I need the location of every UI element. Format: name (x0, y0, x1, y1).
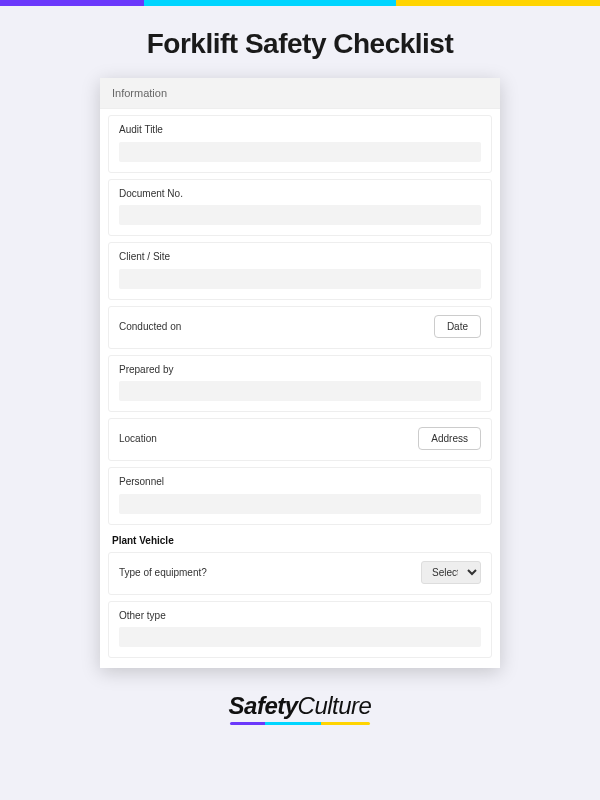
type-of-equipment-select[interactable]: Select (421, 561, 481, 584)
checklist-card: Information Audit Title Document No. Cli… (100, 78, 500, 668)
subsection-plant-vehicle: Plant Vehicle (112, 535, 488, 546)
field-label: Client / Site (119, 251, 481, 262)
field-conducted-on: Conducted on Date (108, 306, 492, 349)
document-no-input[interactable] (119, 205, 481, 225)
field-label: Document No. (119, 188, 481, 199)
personnel-input[interactable] (119, 494, 481, 514)
field-audit-title: Audit Title (108, 115, 492, 173)
address-button[interactable]: Address (418, 427, 481, 450)
field-location: Location Address (108, 418, 492, 461)
brand-text-light: Culture (298, 692, 372, 719)
field-label: Audit Title (119, 124, 481, 135)
field-label: Prepared by (119, 364, 481, 375)
field-label: Location (119, 433, 157, 444)
section-header-information: Information (100, 78, 500, 109)
field-other-type: Other type (108, 601, 492, 659)
brand-color-bar (0, 0, 600, 6)
field-document-no: Document No. (108, 179, 492, 237)
client-site-input[interactable] (119, 269, 481, 289)
field-client-site: Client / Site (108, 242, 492, 300)
field-type-of-equipment: Type of equipment? Select (108, 552, 492, 595)
brand-logo: SafetyCulture (0, 692, 600, 725)
date-button[interactable]: Date (434, 315, 481, 338)
prepared-by-input[interactable] (119, 381, 481, 401)
field-label: Personnel (119, 476, 481, 487)
field-personnel: Personnel (108, 467, 492, 525)
brand-text-bold: Safety (229, 692, 298, 719)
audit-title-input[interactable] (119, 142, 481, 162)
field-label: Conducted on (119, 321, 181, 332)
brand-underline (230, 722, 370, 725)
field-prepared-by: Prepared by (108, 355, 492, 413)
field-label: Type of equipment? (119, 567, 207, 578)
other-type-input[interactable] (119, 627, 481, 647)
field-label: Other type (119, 610, 481, 621)
page-title: Forklift Safety Checklist (0, 28, 600, 60)
